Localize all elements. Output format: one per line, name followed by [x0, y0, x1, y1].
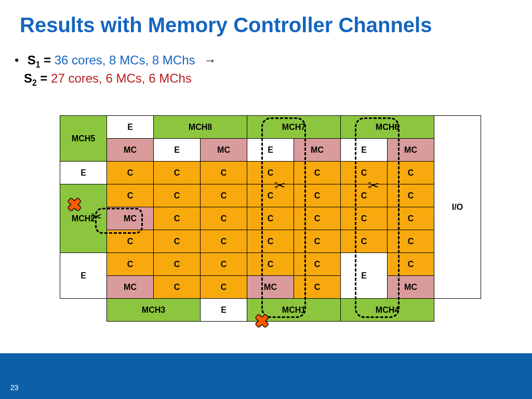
core-cell: C: [388, 184, 434, 207]
core-cell: C: [341, 162, 388, 184]
mc-cell: MC: [107, 276, 154, 299]
core-cell: C: [201, 184, 247, 207]
core-cell: C: [107, 230, 154, 253]
core-cell: C: [294, 230, 341, 253]
core-cell: C: [341, 230, 388, 253]
core-cell: C: [388, 207, 434, 230]
core-cell: C: [294, 276, 341, 299]
core-cell: C: [294, 207, 341, 230]
core-cell: C: [154, 276, 201, 299]
mc-cell: MC: [201, 139, 247, 162]
core-cell: C: [247, 207, 294, 230]
footer-bar: 23: [0, 353, 532, 399]
floorplan-grid: MCH5 E MCH8 MCH7 MCH6 I/O MC E MC E MC E…: [60, 115, 481, 322]
core-cell: C: [201, 207, 247, 230]
core-cell: C: [201, 162, 247, 184]
core-cell: C: [154, 184, 201, 207]
core-cell: C: [154, 162, 201, 184]
e-cell: E: [154, 139, 201, 162]
mc-cell: MC: [388, 276, 434, 299]
e-cell: E: [60, 162, 107, 184]
mch3-cell: MCH3: [107, 299, 201, 322]
core-cell: C: [201, 276, 247, 299]
core-cell: C: [247, 184, 294, 207]
core-cell: C: [388, 162, 434, 184]
mc-cell: MC: [294, 139, 341, 162]
mch2-cell: MCH2: [60, 184, 107, 253]
mch6-cell: MCH6: [341, 116, 434, 139]
mch7-cell: MCH7: [247, 116, 341, 139]
core-cell: C: [388, 230, 434, 253]
core-cell: C: [201, 230, 247, 253]
mch4-cell: MCH4: [341, 299, 434, 322]
core-cell: C: [154, 207, 201, 230]
core-cell: C: [294, 184, 341, 207]
core-cell: C: [107, 184, 154, 207]
e-cell: E: [341, 139, 388, 162]
core-cell: C: [341, 184, 388, 207]
mc-cell: MC: [247, 276, 294, 299]
config-bullets: • S1 = 36 cores, 8 MCs, 8 MChs → S2 = 27…: [15, 52, 216, 88]
io-cell: I/O: [434, 116, 481, 299]
e-cell: E: [341, 253, 388, 299]
mch5-cell: MCH5: [60, 116, 107, 162]
e-cell: E: [107, 116, 154, 139]
core-cell: C: [247, 230, 294, 253]
core-cell: C: [107, 253, 154, 276]
mch1-cell: MCH1: [247, 299, 341, 322]
core-cell: C: [388, 253, 434, 276]
mc-cell: MC: [107, 207, 154, 230]
e-cell: E: [201, 299, 247, 322]
page-number: 23: [10, 383, 19, 392]
core-cell: C: [341, 207, 388, 230]
core-cell: C: [154, 230, 201, 253]
page-title: Results with Memory Controller Channels: [20, 14, 432, 37]
mch8-cell: MCH8: [154, 116, 247, 139]
core-cell: C: [107, 162, 154, 184]
mc-cell: MC: [107, 139, 154, 162]
core-cell: C: [247, 162, 294, 184]
e-cell: E: [60, 253, 107, 299]
core-cell: C: [201, 253, 247, 276]
core-cell: C: [294, 162, 341, 184]
mc-cell: MC: [388, 139, 434, 162]
core-cell: C: [247, 253, 294, 276]
core-cell: C: [154, 253, 201, 276]
core-cell: C: [294, 253, 341, 276]
e-cell: E: [247, 139, 294, 162]
